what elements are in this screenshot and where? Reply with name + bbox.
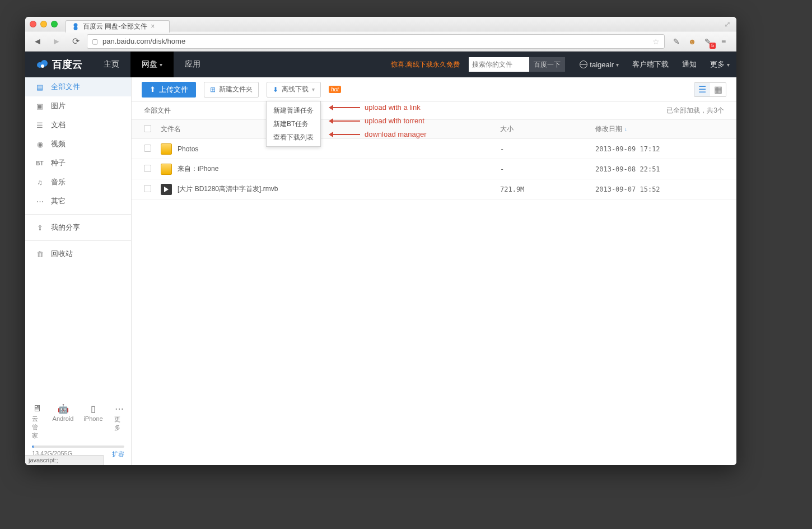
android-icon: 🤖 [58,403,69,414]
upload-button[interactable]: ⬆ 上传文件 [142,82,196,98]
dots-icon: ⋯ [115,403,124,414]
select-all-checkbox[interactable] [144,125,151,132]
file-name: 来自：iPhone [178,164,218,174]
device-android[interactable]: 🤖Android [54,403,73,440]
col-size[interactable]: 大小 [500,124,595,134]
sidebar-item-label: 音乐 [51,177,66,187]
sidebar-item-label: 回收站 [51,249,73,259]
dots-icon: ⋯ [35,197,44,206]
reload-button[interactable]: ⟳ [68,34,83,49]
nav-disk[interactable]: 网盘▾ [130,52,174,77]
more-link[interactable]: 更多▾ [703,59,736,69]
nav-home[interactable]: 主页 [92,52,130,77]
doc-icon: ☰ [35,120,44,129]
sidebar-item-other[interactable]: ⋯ 其它 [25,192,131,211]
device-desktop[interactable]: 🖥云管家 [32,403,43,440]
file-date: 2013-09-09 17:12 [595,145,724,153]
sidebar-item-bt[interactable]: BT 种子 [25,154,131,173]
address-bar[interactable]: ▢ pan.baidu.com/disk/home ☆ [87,34,665,49]
row-checkbox[interactable] [144,185,151,192]
extension-icons: ✎ ☻ ✎ ≡ [668,36,732,47]
video-file-icon [161,184,172,195]
site-favicon-icon [72,22,80,30]
zoom-window-icon[interactable] [51,21,58,27]
chevron-down-icon: ▾ [160,62,162,68]
file-name: Photos [178,145,198,153]
notifications-link[interactable]: 通知 [675,59,703,69]
sidebar-item-all[interactable]: ▤ 全部文件 [25,77,131,96]
offline-dropdown: 新建普通任务 新建BT任务 查看下载列表 [266,101,321,147]
sidebar-item-label: 视频 [51,139,66,149]
list-view-button[interactable]: ☰ [694,83,710,96]
browser-tab[interactable]: 百度云 网盘-全部文件 × [66,20,170,33]
minimize-window-icon[interactable] [40,21,47,27]
sidebar-item-docs[interactable]: ☰ 文档 [25,115,131,134]
phone-icon: ▯ [91,403,96,414]
back-button[interactable]: ◄ [30,34,45,49]
table-row[interactable]: [大片 BD1280高清中字首发].rmvb721.9M2013-09-07 1… [132,179,736,199]
col-date[interactable]: 修改日期 ↓ [595,124,724,134]
search-input[interactable] [469,57,529,72]
chevron-down-icon: ▾ [727,62,730,68]
file-date: 2013-09-08 22:51 [595,165,724,173]
svg-point-2 [41,64,44,68]
view-toggle: ☰ ▦ [694,82,726,97]
logo[interactable]: 百度云 [25,58,92,71]
content-pane: ⬆ 上传文件 ⊞ 新建文件夹 ⬇ 离线下载 ▾ hot ☰ ▦ [132,77,736,465]
tab-title: 百度云 网盘-全部文件 [83,22,147,31]
device-iphone[interactable]: ▯iPhone [84,403,103,440]
tab-close-icon[interactable]: × [151,22,155,30]
video-icon: ◉ [35,140,44,149]
client-download-link[interactable]: 客户端下载 [626,59,675,69]
user-menu[interactable]: taigeair ▾ [573,61,626,69]
dropdown-item-list[interactable]: 查看下载列表 [267,131,320,144]
header-search: 百度一下 [469,57,565,72]
file-name: [大片 BD1280高清中字首发].rmvb [178,184,278,194]
bookmark-icon[interactable]: ☆ [652,37,660,46]
expand-window-icon[interactable]: ⤢ [724,20,731,29]
sidebar-item-share[interactable]: ⇪ 我的分享 [25,218,131,237]
picker-extension-icon[interactable]: ✎ [671,36,682,47]
sidebar: ▤ 全部文件 ▣ 图片 ☰ 文档 ◉ 视频 BT 种子 ♫ 音乐 [25,77,132,465]
nav-apps[interactable]: 应用 [174,52,212,77]
table-row[interactable]: Photos-2013-09-09 17:12 [132,139,736,159]
sidebar-item-label: 我的分享 [51,222,80,233]
face-extension-icon[interactable]: ☻ [687,36,697,47]
sidebar-item-images[interactable]: ▣ 图片 [25,96,131,115]
sort-down-icon: ↓ [624,126,627,132]
menu-icon[interactable]: ≡ [718,36,729,47]
load-status: 已全部加载，共3个 [666,106,724,115]
new-folder-button[interactable]: ⊞ 新建文件夹 [204,82,259,98]
table-row[interactable]: 来自：iPhone-2013-09-08 22:51 [132,159,736,179]
url-text: pan.baidu.com/disk/home [102,37,185,45]
row-checkbox[interactable] [144,145,151,152]
grid-view-button[interactable]: ▦ [710,83,726,96]
folder-plus-icon: ⊞ [210,86,216,94]
bt-icon: BT [35,159,44,168]
file-size: - [500,145,595,153]
sidebar-item-label: 文档 [51,120,66,130]
quota-bar [32,446,124,448]
expand-quota-link[interactable]: 扩容 [112,450,124,458]
sidebar-item-label: 种子 [51,158,66,168]
folder-icon [161,164,172,175]
device-more[interactable]: ⋯更多 [114,403,125,440]
globe-icon [580,61,587,68]
search-button[interactable]: 百度一下 [529,57,565,72]
dropdown-item-bt[interactable]: 新建BT任务 [267,117,320,131]
dropdown-item-normal[interactable]: 新建普通任务 [267,104,320,117]
notification-extension-icon[interactable]: ✎ [703,36,713,47]
row-checkbox[interactable] [144,165,151,172]
breadcrumb[interactable]: 全部文件 [144,106,171,115]
offline-download-button[interactable]: ⬇ 离线下载 ▾ [267,82,321,98]
col-name[interactable]: 文件名 [161,124,500,134]
sidebar-item-music[interactable]: ♫ 音乐 [25,173,131,192]
breadcrumb-row: 全部文件 已全部加载，共3个 [132,102,736,120]
traffic-lights[interactable] [30,21,58,27]
sidebar-item-video[interactable]: ◉ 视频 [25,134,131,154]
forward-button[interactable]: ► [49,34,64,49]
content-toolbar: ⬆ 上传文件 ⊞ 新建文件夹 ⬇ 离线下载 ▾ hot ☰ ▦ [132,77,736,102]
sidebar-item-trash[interactable]: 🗑 回收站 [25,244,131,263]
window-titlebar: 百度云 网盘-全部文件 × ⤢ [25,17,736,31]
close-window-icon[interactable] [30,21,36,27]
